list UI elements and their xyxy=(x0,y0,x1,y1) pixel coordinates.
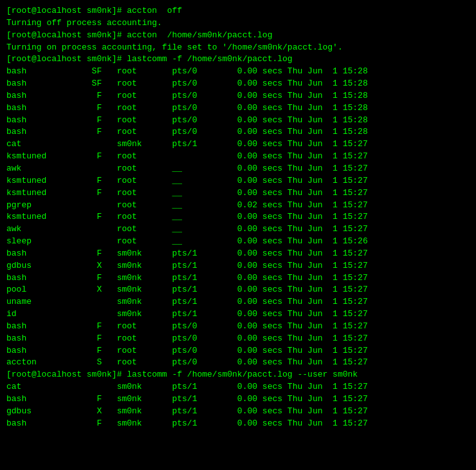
terminal-line: bash F sm0nk pts/1 0.00 secs Thu Jun 1 1… xyxy=(6,248,470,260)
terminal-line: accton S root pts/0 0.00 secs Thu Jun 1 … xyxy=(6,357,470,369)
terminal-line: ksmtuned F root __ 0.00 secs Thu Jun 1 1… xyxy=(6,187,470,200)
terminal-line: bash F root pts/0 0.00 secs Thu Jun 1 15… xyxy=(6,115,470,127)
terminal-line: bash SF root pts/0 0.00 secs Thu Jun 1 1… xyxy=(6,66,470,78)
terminal-line: ksmtuned F root __ 0.00 secs Thu Jun 1 1… xyxy=(6,175,470,187)
terminal-line: cat sm0nk pts/1 0.00 secs Thu Jun 1 15:2… xyxy=(6,381,470,393)
terminal-line: bash F sm0nk pts/1 0.00 secs Thu Jun 1 1… xyxy=(6,393,470,406)
terminal-line: pgrep root __ 0.02 secs Thu Jun 1 15:27 xyxy=(6,200,470,212)
terminal-line: id sm0nk pts/1 0.00 secs Thu Jun 1 15:27 xyxy=(6,308,470,321)
terminal-window: [root@localhost sm0nk]# accton offTurnin… xyxy=(6,5,470,430)
terminal-line: bash F root pts/0 0.00 secs Thu Jun 1 15… xyxy=(6,90,470,102)
terminal-line: ksmtuned F root 0.00 secs Thu Jun 1 15:2… xyxy=(6,151,470,163)
terminal-line: bash F sm0nk pts/1 0.00 secs Thu Jun 1 1… xyxy=(6,418,470,430)
terminal-line: gdbus X sm0nk pts/1 0.00 secs Thu Jun 1 … xyxy=(6,406,470,418)
terminal-line: awk root __ 0.00 secs Thu Jun 1 15:27 xyxy=(6,223,470,236)
terminal-line: uname sm0nk pts/1 0.00 secs Thu Jun 1 15… xyxy=(6,296,470,308)
terminal-line: bash F root pts/0 0.00 secs Thu Jun 1 15… xyxy=(6,102,470,115)
terminal-line: gdbus X sm0nk pts/1 0.00 secs Thu Jun 1 … xyxy=(6,260,470,272)
terminal-line: cat sm0nk pts/1 0.00 secs Thu Jun 1 15:2… xyxy=(6,138,470,151)
terminal-line: ksmtuned F root __ 0.00 secs Thu Jun 1 1… xyxy=(6,211,470,223)
terminal-line: bash F root pts/0 0.00 secs Thu Jun 1 15… xyxy=(6,321,470,333)
terminal-line: sleep root __ 0.00 secs Thu Jun 1 15:26 xyxy=(6,236,470,248)
terminal-line: pool X sm0nk pts/1 0.00 secs Thu Jun 1 1… xyxy=(6,284,470,296)
terminal-line: [root@localhost sm0nk]# lastcomm -f /hom… xyxy=(6,53,470,66)
terminal-line: bash F root pts/0 0.00 secs Thu Jun 1 15… xyxy=(6,333,470,345)
terminal-line: Turning on process accounting, file set … xyxy=(6,42,470,54)
terminal-line: awk root __ 0.00 secs Thu Jun 1 15:27 xyxy=(6,163,470,175)
terminal-line: bash F root pts/0 0.00 secs Thu Jun 1 15… xyxy=(6,126,470,138)
terminal-line: bash F sm0nk pts/1 0.00 secs Thu Jun 1 1… xyxy=(6,272,470,285)
terminal-line: Turning off process accounting. xyxy=(6,17,470,30)
terminal-line: bash SF root pts/0 0.00 secs Thu Jun 1 1… xyxy=(6,78,470,90)
terminal-line: [root@localhost sm0nk]# accton off xyxy=(6,5,470,17)
terminal-line: bash F root pts/0 0.00 secs Thu Jun 1 15… xyxy=(6,345,470,357)
terminal-line: [root@localhost sm0nk]# lastcomm -f /hom… xyxy=(6,369,470,381)
terminal-line: [root@localhost sm0nk]# accton /home/sm0… xyxy=(6,30,470,42)
